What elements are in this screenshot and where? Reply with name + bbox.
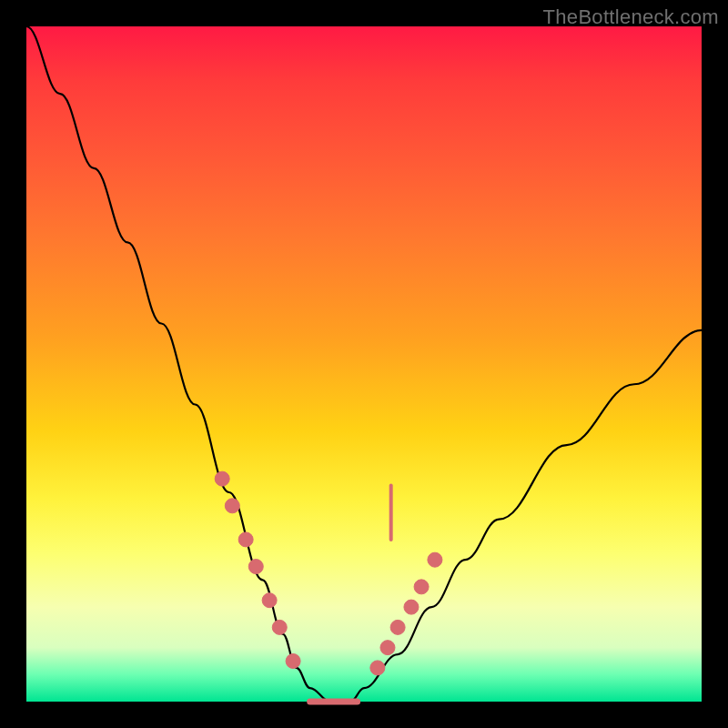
curve-marker-dot	[272, 620, 287, 634]
curve-marker-dot	[238, 532, 253, 547]
curve-marker-dot	[404, 600, 419, 614]
curve-marker-dot	[215, 471, 229, 486]
curve-marker-dot	[370, 661, 385, 675]
bottleneck-plot	[26, 26, 702, 702]
chart-area	[26, 26, 702, 702]
curve-marker-dot	[225, 499, 239, 513]
curve-marker-dot	[428, 552, 442, 567]
watermark-text: TheBottleneck.com	[543, 5, 719, 29]
curve-marker-dot	[390, 620, 405, 634]
curve-marker-dot	[262, 593, 277, 608]
curve-markers-right	[370, 552, 442, 675]
curve-marker-dot	[286, 653, 300, 668]
curve-marker-dot	[414, 580, 429, 594]
bottleneck-curve	[26, 26, 702, 702]
curve-markers-left	[215, 471, 300, 668]
curve-marker-dot	[248, 560, 263, 574]
curve-marker-dot	[380, 641, 395, 655]
